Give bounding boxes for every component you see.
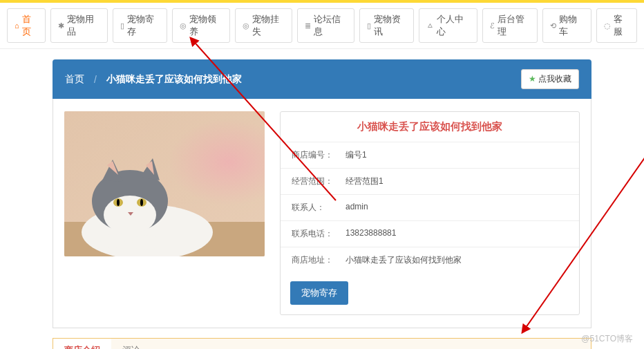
tab-bar: 商店介绍评论: [53, 339, 591, 349]
nav-item-4[interactable]: ◎宠物挂失: [235, 8, 292, 43]
nav-item-0[interactable]: ⌂首页: [7, 8, 46, 43]
nav-label: 宠物寄存: [127, 13, 160, 38]
detail-row-value: 13823888881: [345, 228, 396, 240]
nav-item-5[interactable]: ≣论坛信息: [297, 8, 354, 43]
detail-row: 商店地址：小猫咪走丢了应该如何找到他家: [281, 247, 579, 273]
detail-row-value: 经营范围1: [345, 176, 383, 187]
nav-item-10[interactable]: ◌客服: [596, 8, 637, 43]
nav-icon: ✱: [58, 21, 64, 30]
detail-title: 小猫咪走丢了应该如何找到他家: [281, 112, 579, 142]
breadcrumb-current: 小猫咪走丢了应该如何找到他家: [106, 73, 242, 86]
product-image: [64, 111, 265, 256]
pet-storage-button[interactable]: 宠物寄存: [290, 281, 348, 305]
svg-point-8: [117, 199, 120, 206]
nav-icon: ▯: [120, 21, 124, 30]
breadcrumb-separator: /: [94, 74, 97, 85]
nav-icon: ㅿ: [426, 21, 434, 31]
nav-item-9[interactable]: ⟲购物车: [542, 8, 591, 43]
nav-icon: ℰ: [490, 21, 495, 30]
nav-item-8[interactable]: ℰ后台管理: [482, 8, 538, 43]
nav-icon: ◎: [180, 21, 187, 30]
tab-1[interactable]: 评论: [111, 339, 151, 349]
detail-row-value: admin: [345, 202, 368, 214]
nav-item-3[interactable]: ◎宠物领养: [172, 8, 229, 43]
watermark: @51CTO博客: [581, 333, 633, 345]
tab-0[interactable]: 商店介绍: [53, 339, 111, 349]
nav-label: 宠物挂失: [252, 13, 285, 38]
detail-row-label: 经营范围：: [292, 176, 345, 187]
breadcrumb-home[interactable]: 首页: [65, 73, 84, 86]
nav-label: 客服: [614, 13, 629, 38]
nav-icon: ▯: [367, 21, 371, 30]
nav-label: 论坛信息: [314, 13, 347, 38]
nav-icon: ◎: [243, 21, 249, 30]
nav-item-2[interactable]: ▯宠物寄存: [113, 8, 168, 43]
nav-label: 后台管理: [498, 13, 531, 38]
svg-point-5: [104, 196, 156, 234]
detail-row-label: 联系电话：: [292, 228, 345, 240]
breadcrumb: 首页 / 小猫咪走丢了应该如何找到他家 ★点我收藏: [53, 59, 591, 99]
nav-label: 个人中心: [437, 13, 469, 38]
svg-point-9: [140, 199, 143, 206]
detail-row: 经营范围：经营范围1: [281, 169, 579, 195]
svg-point-10: [100, 234, 125, 248]
detail-row-label: 联系人：: [292, 202, 345, 214]
nav-label: 宠物领养: [189, 13, 222, 38]
detail-panel: 小猫咪走丢了应该如何找到他家 商店编号：编号1经营范围：经营范围1联系人：adm…: [280, 111, 580, 315]
detail-row-value: 编号1: [345, 149, 367, 161]
nav-item-6[interactable]: ▯宠物资讯: [359, 8, 415, 43]
star-icon: ★: [529, 74, 536, 84]
nav-icon: ◌: [604, 21, 611, 30]
nav-label: 购物车: [559, 13, 583, 38]
detail-row: 联系电话：13823888881: [281, 221, 579, 247]
top-nav: ⌂首页✱宠物用品▯宠物寄存◎宠物领养◎宠物挂失≣论坛信息▯宠物资讯ㅿ个人中心ℰ后…: [0, 3, 644, 49]
nav-label: 首页: [22, 13, 38, 38]
nav-label: 宠物资讯: [374, 13, 407, 38]
nav-label: 宠物用品: [67, 13, 100, 38]
detail-row: 联系人：admin: [281, 195, 579, 221]
nav-item-1[interactable]: ✱宠物用品: [50, 8, 108, 43]
detail-row-label: 商店地址：: [292, 254, 345, 266]
nav-icon: ⟲: [550, 21, 556, 30]
svg-point-11: [132, 235, 160, 250]
nav-item-7[interactable]: ㅿ个人中心: [419, 8, 477, 43]
favorite-button[interactable]: ★点我收藏: [521, 69, 579, 89]
detail-row-label: 商店编号：: [292, 149, 345, 161]
detail-row-value: 小猫咪走丢了应该如何找到他家: [345, 254, 462, 266]
nav-icon: ≣: [305, 21, 311, 30]
detail-row: 商店编号：编号1: [281, 142, 579, 169]
nav-icon: ⌂: [15, 21, 19, 30]
